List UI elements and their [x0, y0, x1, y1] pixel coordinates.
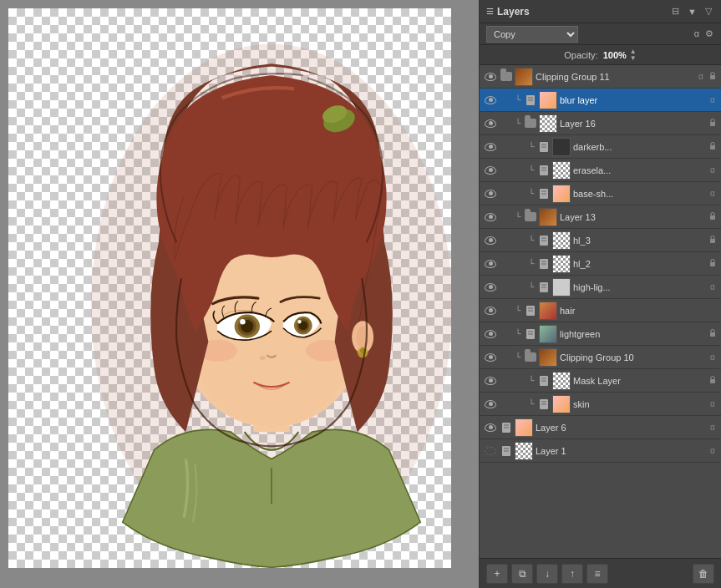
svg-rect-27	[710, 145, 715, 150]
panel-filter-button[interactable]: ▽	[703, 5, 714, 18]
layer-thumbnail	[539, 325, 557, 343]
panel-title: Layers	[497, 6, 530, 18]
layer-visibility-toggle[interactable]	[483, 69, 498, 84]
layer-suffix-icons	[708, 118, 718, 129]
layer-name-label: hl_3	[573, 236, 708, 246]
layer-type-icon	[537, 281, 551, 294]
layer-item[interactable]: └base-sh...α	[480, 182, 721, 205]
layer-link-icon: └	[513, 212, 523, 222]
layer-thumbnail	[552, 255, 571, 273]
layer-item[interactable]: └lightgreen	[480, 322, 721, 346]
layer-visibility-toggle[interactable]	[483, 280, 498, 295]
layer-visibility-toggle[interactable]	[483, 210, 498, 225]
layer-type-icon	[524, 327, 537, 341]
layer-type-icon	[537, 187, 551, 200]
layer-thumbnail	[515, 68, 533, 86]
layer-item[interactable]: └hl_2	[480, 252, 721, 276]
layer-link-icon: └	[526, 142, 536, 152]
alpha-icon: α	[708, 446, 718, 455]
layer-link-icon: └	[526, 399, 536, 409]
layer-item[interactable]: └high-lig...α	[480, 276, 721, 299]
layer-link-icon: └	[513, 306, 523, 316]
layer-type-icon	[537, 257, 551, 271]
layer-suffix-icons: α	[708, 165, 718, 175]
layer-item[interactable]: └darkerb...	[480, 135, 721, 159]
layer-item[interactable]: └Mask Layer	[480, 369, 721, 393]
layer-visibility-toggle[interactable]	[483, 233, 498, 248]
layer-settings-button[interactable]: ≡	[586, 564, 608, 584]
layer-name-label: blur layer	[560, 95, 708, 105]
layer-visibility-toggle[interactable]	[483, 350, 498, 365]
opacity-value: 100%	[603, 50, 627, 60]
layer-visibility-toggle[interactable]	[483, 373, 498, 388]
alpha-lock-icon: α	[692, 28, 702, 39]
alpha-icon: α	[708, 423, 718, 432]
layer-folder-icon	[524, 117, 537, 130]
add-layer-button[interactable]: +	[486, 564, 508, 584]
alpha-icon: α	[708, 282, 718, 291]
layer-name-label: darkerb...	[573, 142, 708, 152]
layer-folder-icon	[500, 70, 513, 84]
layer-suffix-icons: α	[708, 189, 718, 198]
layer-visibility-toggle[interactable]	[483, 186, 498, 201]
move-down-button[interactable]: ↓	[536, 564, 558, 584]
layer-visibility-toggle[interactable]	[483, 444, 498, 459]
layer-item[interactable]: └hl_3	[480, 229, 721, 252]
layer-visibility-toggle[interactable]	[483, 327, 498, 342]
layer-item[interactable]: └Layer 16	[480, 112, 721, 135]
layer-visibility-toggle[interactable]	[483, 116, 498, 131]
layer-visibility-toggle[interactable]	[483, 397, 498, 412]
layer-item[interactable]: └erasela...α	[480, 159, 721, 182]
layer-suffix-icons: α	[708, 399, 718, 408]
mode-extra-icon: ⚙	[704, 28, 714, 39]
layer-suffix-icons: α	[696, 71, 718, 82]
layer-visibility-toggle[interactable]	[483, 256, 498, 271]
panel-menu-button[interactable]: ▼	[685, 6, 699, 18]
layer-thumbnail	[515, 442, 533, 460]
layer-name-label: erasela...	[573, 165, 708, 175]
layer-suffix-icons	[708, 375, 718, 386]
layer-item[interactable]: Layer 6α	[480, 416, 721, 439]
layer-visibility-toggle[interactable]	[483, 93, 498, 108]
canvas-area	[0, 0, 479, 588]
layer-link-icon: └	[526, 259, 536, 269]
layer-visibility-toggle[interactable]	[483, 139, 498, 155]
alpha-icon: α	[708, 399, 718, 408]
layer-item[interactable]: └Clipping Group 10α	[480, 346, 721, 369]
layers-list[interactable]: Clipping Group 11α└blur layerα└Layer 16└…	[480, 65, 721, 558]
opacity-down-arrow[interactable]: ▼	[630, 55, 637, 62]
layer-name-label: Layer 1	[536, 446, 708, 456]
layer-suffix-icons: α	[708, 446, 718, 455]
blend-mode-dropdown[interactable]: Copy	[486, 26, 578, 43]
layer-visibility-toggle[interactable]	[483, 303, 498, 318]
layer-item[interactable]: └skinα	[480, 393, 721, 416]
delete-layer-button[interactable]: 🗑	[693, 564, 714, 584]
move-up-button[interactable]: ↑	[561, 564, 583, 584]
svg-rect-34	[710, 215, 715, 220]
layer-name-label: hl_2	[573, 259, 708, 269]
layer-item[interactable]: └Layer 13	[480, 205, 721, 229]
alpha-icon: α	[708, 95, 718, 104]
layer-type-icon	[500, 421, 513, 434]
layer-item[interactable]: Layer 1α	[480, 439, 721, 463]
layer-type-icon	[524, 304, 537, 317]
layer-visibility-toggle[interactable]	[483, 163, 498, 178]
layer-link-icon: └	[526, 376, 536, 386]
layers-toolbar: + ⧉ ↓ ↑ ≡ 🗑	[480, 558, 721, 588]
layer-visibility-toggle[interactable]	[483, 420, 498, 435]
alpha-icon: α	[696, 72, 706, 81]
copy-layer-button[interactable]: ⧉	[511, 564, 533, 584]
layer-item[interactable]: └hair	[480, 299, 721, 322]
panel-collapse-button[interactable]: ⊟	[669, 5, 682, 18]
lock-icon	[708, 258, 718, 269]
layer-name-label: hair	[560, 306, 718, 316]
svg-point-10	[240, 319, 245, 324]
layer-item[interactable]: Clipping Group 11α	[480, 65, 721, 89]
layer-type-icon	[537, 140, 551, 154]
mode-icons: α ⚙	[692, 28, 714, 39]
svg-rect-42	[710, 262, 715, 266]
layer-suffix-icons	[708, 328, 718, 339]
layer-name-label: Clipping Group 11	[536, 72, 696, 82]
layer-item[interactable]: └blur layerα	[480, 89, 721, 112]
layer-folder-icon	[524, 210, 537, 224]
